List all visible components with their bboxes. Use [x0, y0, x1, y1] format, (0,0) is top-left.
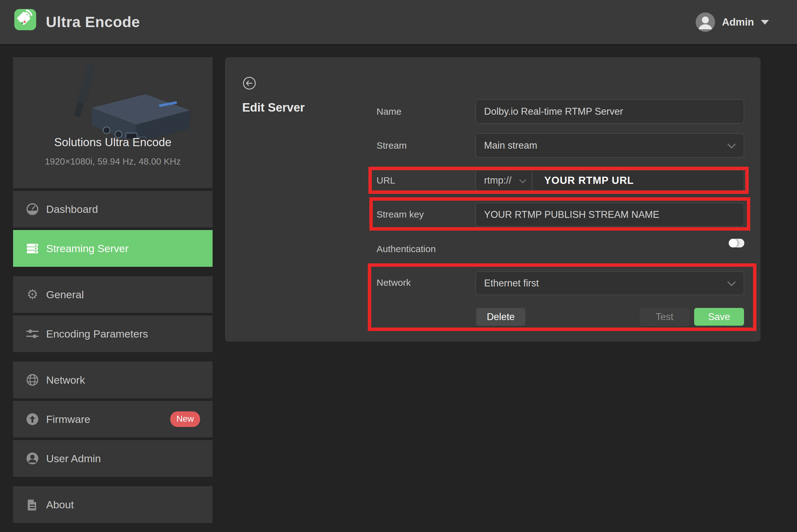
page-title: Edit Server: [242, 101, 305, 114]
user-menu[interactable]: Admin: [696, 0, 769, 44]
sidebar-item-dashboard[interactable]: Dashboard: [13, 191, 213, 228]
avatar: [696, 13, 715, 32]
document-icon: [25, 498, 39, 511]
section-gap: [13, 477, 213, 486]
stream-key-input[interactable]: YOUR RTMP PUBLISH STREAM NAME: [475, 203, 744, 227]
user-name: Admin: [722, 16, 754, 28]
device-card: Solutions Ultra Encode 1920×1080i, 59.94…: [13, 57, 213, 188]
section-gap: [13, 352, 213, 362]
stream-value: Main stream: [476, 140, 537, 151]
divider: [13, 398, 213, 401]
device-image: [13, 57, 213, 138]
name-value: Dolby.io Real-time RTMP Server: [476, 106, 623, 117]
sidebar-item-encoding-parameters[interactable]: Encoding Parameters: [13, 316, 213, 352]
sidebar-item-label: General: [46, 289, 84, 301]
network-select[interactable]: Ethernet first: [475, 271, 744, 295]
sidebar-item-network[interactable]: Network: [13, 362, 213, 398]
stream-label: Stream: [377, 140, 407, 151]
url-composite-field: rtmp:// YOUR RTMP URL: [475, 170, 744, 191]
sliders-icon: [25, 327, 39, 341]
device-name: Solutions Ultra Encode: [13, 136, 213, 149]
network-value: Ethernet first: [476, 278, 539, 289]
globe-icon: [25, 373, 39, 387]
gauge-icon: [25, 202, 39, 216]
sidebar-item-streaming-server[interactable]: Streaming Server: [13, 230, 213, 267]
stream-key-label: Stream key: [377, 209, 424, 220]
device-format: 1920×1080i, 59.94 Hz, 48.00 KHz: [13, 156, 213, 167]
gear-icon: ⚙: [25, 288, 39, 301]
toggle-knob: [729, 239, 738, 247]
delete-button[interactable]: Delete: [476, 308, 525, 326]
edit-server-panel: Edit Server Name Dolby.io Real-time RTMP…: [225, 57, 761, 342]
section-gap: [13, 267, 213, 276]
stream-select[interactable]: Main stream: [475, 133, 744, 158]
sidebar-item-firmware[interactable]: Firmware New: [13, 401, 213, 438]
app-title: Ultra Encode: [46, 0, 140, 44]
name-input[interactable]: Dolby.io Real-time RTMP Server: [475, 99, 744, 124]
stream-key-value: YOUR RTMP PUBLISH STREAM NAME: [476, 209, 659, 220]
divider: [13, 188, 213, 191]
sidebar-item-label: Encoding Parameters: [46, 328, 148, 340]
server-icon: [25, 242, 39, 255]
app-logo-icon: [14, 9, 36, 30]
authentication-label: Authentication: [377, 244, 436, 254]
divider: [13, 438, 213, 440]
sidebar-item-label: About: [46, 499, 74, 511]
chevron-down-icon: [519, 175, 526, 186]
sidebar-item-label: Dashboard: [46, 203, 98, 215]
sidebar-item-label: Firmware: [46, 413, 90, 425]
sidebar-item-label: Network: [46, 374, 85, 386]
url-input[interactable]: YOUR RTMP URL: [532, 174, 744, 186]
test-button[interactable]: Test: [640, 308, 689, 326]
url-scheme-select[interactable]: rtmp://: [476, 170, 532, 190]
top-bar: Ultra Encode Admin: [0, 0, 797, 44]
new-badge: New: [170, 412, 200, 427]
save-button[interactable]: Save: [694, 308, 744, 326]
sidebar: Solutions Ultra Encode 1920×1080i, 59.94…: [13, 57, 213, 523]
upload-circle-icon: [25, 412, 39, 426]
chevron-down-icon: [727, 278, 736, 289]
sidebar-item-general[interactable]: ⚙ General: [13, 276, 213, 313]
user-icon: [25, 452, 39, 465]
sidebar-item-about[interactable]: About: [13, 486, 213, 523]
sidebar-item-label: User Admin: [46, 453, 101, 465]
url-scheme-value: rtmp://: [476, 175, 512, 186]
sidebar-item-label: Streaming Server: [46, 243, 129, 254]
sidebar-item-user-admin[interactable]: User Admin: [13, 440, 213, 477]
chevron-down-icon: [761, 20, 769, 25]
url-label: URL: [377, 175, 395, 186]
divider: [13, 228, 213, 230]
authentication-toggle[interactable]: [729, 239, 744, 247]
back-button[interactable]: [243, 77, 256, 90]
network-label: Network: [377, 278, 411, 288]
name-label: Name: [377, 106, 401, 117]
chevron-down-icon: [727, 140, 736, 151]
divider: [13, 313, 213, 316]
